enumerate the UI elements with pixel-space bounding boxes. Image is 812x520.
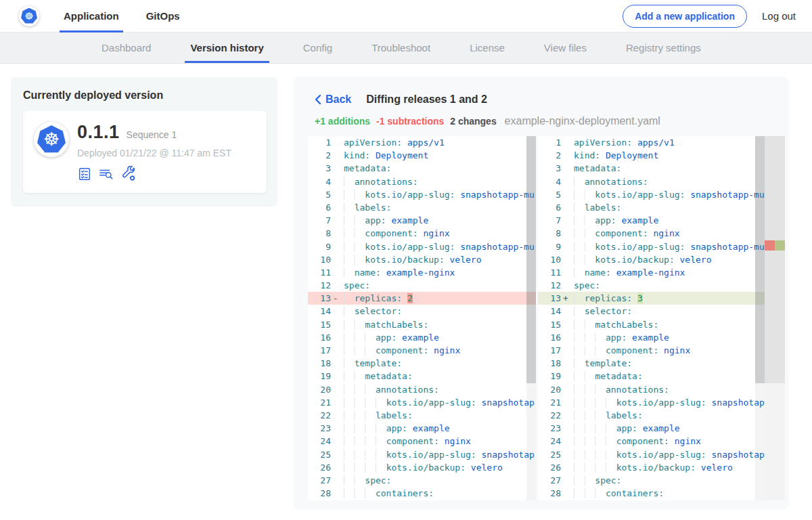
code-text: app: example [570,422,680,435]
code-text: matchLabels: [570,318,658,331]
diff-sign [561,175,570,188]
subnav-item-registry-settings[interactable]: Registry settings [621,32,706,63]
code-text: component: nginx [570,227,680,240]
diff-sign [561,214,570,227]
diff-line: 24 component: nginx [308,435,536,448]
diff-sign [561,448,570,461]
code-text: kots.io/app-slug: snapshotap [570,448,765,461]
line-number: 2 [308,149,331,162]
line-number: 3 [538,162,561,175]
diff-line: 21 kots.io/app-slug: snapshotap [538,396,785,409]
topnav-tab-application[interactable]: Application [60,0,123,32]
diff-filename: example-nginx-deployment.yaml [505,115,660,127]
diff-line: 9 kots.io/app-slug: snapshotapp-mu [538,240,785,253]
diff-sign [331,448,340,461]
line-number: 14 [538,305,561,318]
subnav-item-license[interactable]: License [464,32,510,63]
line-number: 26 [308,461,331,474]
diff-line: 22 labels: [308,409,536,422]
diff-sign [331,227,340,240]
diff-overview-ruler[interactable] [765,136,785,500]
diff-change-marker [765,240,785,251]
scrollbar-modified[interactable] [755,136,765,500]
code-text: component: nginx [570,435,701,448]
diff-line: 26 kots.io/backup: velero [538,461,785,474]
code-text: kots.io/app-slug: snapshotapp-mu [340,240,535,253]
diff-sign [331,474,340,487]
code-text: annotations: [340,383,439,396]
diff-line: 14 selector: [538,305,785,318]
subnav-item-dashboard[interactable]: Dashboard [96,32,156,63]
diff-sign [331,305,340,318]
back-link[interactable]: Back [315,93,351,106]
diff-line: 20 annotations: [538,383,785,396]
subnav-item-troubleshoot[interactable]: Troubleshoot [366,32,436,63]
line-number: 10 [308,253,331,266]
scrollbar-thumb[interactable] [526,136,536,383]
line-number: 28 [538,487,561,500]
diff-sign [331,331,340,344]
topnav-tab-gitops[interactable]: GitOps [142,0,184,32]
edit-config-icon[interactable] [120,166,137,182]
diff-sign [331,370,340,383]
code-text: metadata: [340,370,413,383]
subnav-item-view-files[interactable]: View files [539,32,592,63]
code-text: labels: [570,409,643,422]
diff-line: 27 spec: [308,474,536,487]
scrollbar-thumb[interactable] [755,136,765,383]
line-number: 14 [308,305,331,318]
diff-line: 2kind: Deployment [308,149,536,162]
diff-line: 8 component: nginx [538,227,785,240]
view-logs-icon[interactable] [98,167,114,181]
version-label: 0.1.1 [77,122,120,143]
diff-pane-original[interactable]: 1apiVersion: apps/v12kind: Deployment3me… [308,136,536,500]
line-number: 19 [538,370,561,383]
code-text: matchLabels: [340,318,428,331]
diff-line: 11 name: example-nginx [308,266,536,279]
line-number: 5 [308,188,331,201]
diff-title: Diffing releases 1 and 2 [366,93,487,106]
line-number: 23 [538,422,561,435]
diff-sign [331,279,340,292]
diff-line: 16 app: example [538,331,785,344]
diff-sign: - [331,292,340,305]
line-number: 21 [308,396,331,409]
diff-line: 27 spec: [538,474,785,487]
code-text: kots.io/app-slug: snapshotap [570,396,765,409]
line-number: 25 [538,448,561,461]
subnav-item-config[interactable]: Config [298,32,338,63]
diff-line: 3metadata: [308,162,536,175]
code-text: labels: [340,201,391,214]
deployed-card-title: Currently deployed version [23,89,267,102]
diff-line: 23 app: example [538,422,785,435]
diff-sign [331,461,340,474]
line-number: 22 [308,409,331,422]
line-number: 2 [538,149,561,162]
diff-line: 4 annotations: [538,175,785,188]
line-number: 18 [308,357,331,370]
line-number: 9 [308,240,331,253]
code-text: template: [570,357,632,370]
line-number: 13 [538,292,561,305]
line-number: 17 [308,344,331,357]
subnav-item-version-history[interactable]: Version history [185,32,269,63]
code-text: name: example-nginx [570,266,685,279]
kubernetes-helm-icon: ☸ [37,125,66,154]
diff-line: 25 kots.io/app-slug: snapshotap [308,448,536,461]
diff-line: 5 kots.io/app-slug: snapshotapp-mu [308,188,536,201]
code-text: labels: [570,201,621,214]
diff-pane-modified[interactable]: 1apiVersion: apps/v12kind: Deployment3me… [538,136,785,500]
diff-sign [561,383,570,396]
diff-editors: 1apiVersion: apps/v12kind: Deployment3me… [308,136,785,500]
diff-sign [561,201,570,214]
diff-sign [561,474,570,487]
preflight-checks-icon[interactable] [77,167,92,181]
diff-line: 10 kots.io/backup: velero [308,253,536,266]
line-number: 20 [538,383,561,396]
code-text: metadata: [340,162,391,175]
scrollbar-original[interactable] [526,136,536,500]
add-application-button[interactable]: Add a new application [623,5,747,28]
code-text: app: example [570,214,658,227]
diff-line: 19 metadata: [538,370,785,383]
logout-button[interactable]: Log out [762,10,796,22]
